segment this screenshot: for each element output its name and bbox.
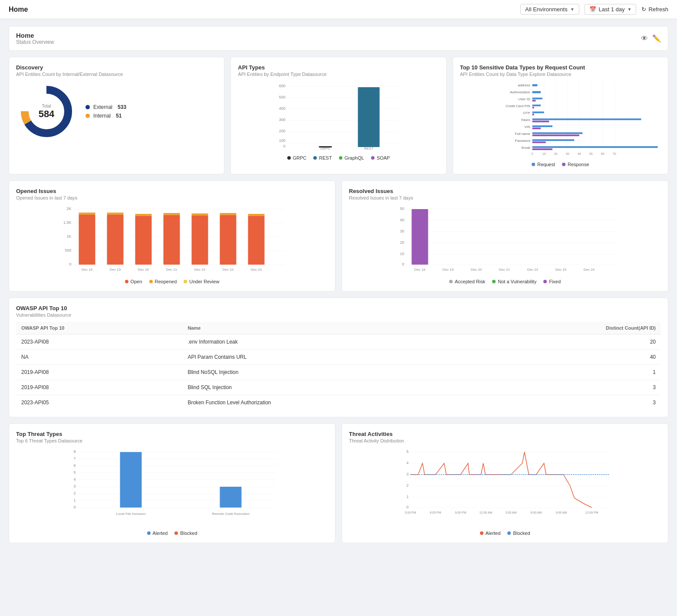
svg-rect-79 bbox=[135, 216, 152, 265]
threat-types-card: Top Threat Types Top 6 Threat Types Data… bbox=[9, 423, 335, 543]
svg-text:20: 20 bbox=[400, 240, 404, 245]
rest-dot bbox=[313, 156, 317, 160]
svg-text:6:00 AM: 6:00 AM bbox=[531, 511, 542, 514]
environment-label: All Environments bbox=[525, 6, 568, 13]
svg-text:VIN: VIN bbox=[524, 125, 530, 129]
env-chevron-icon: ▼ bbox=[570, 7, 575, 12]
alerted-legend: Alerted bbox=[147, 531, 168, 536]
edit-button[interactable]: ✏️ bbox=[652, 34, 661, 43]
svg-text:9:00 AM: 9:00 AM bbox=[556, 511, 567, 514]
eye-button[interactable]: 👁 bbox=[641, 34, 648, 43]
svg-text:Local File Inclusion: Local File Inclusion bbox=[116, 512, 145, 516]
opened-issues-card: Opened Issues Opened Issues in last 7 da… bbox=[9, 180, 335, 292]
svg-text:8: 8 bbox=[73, 449, 76, 454]
owasp-name-cell: Blind SQL Injection bbox=[182, 380, 473, 395]
soap-dot bbox=[371, 156, 375, 160]
owasp-count-cell: 40 bbox=[474, 350, 661, 365]
not-vulnerability-dot bbox=[492, 280, 496, 283]
svg-rect-52 bbox=[532, 125, 552, 127]
resolved-issues-title: Resolved Issues bbox=[349, 188, 661, 194]
svg-text:0: 0 bbox=[531, 152, 533, 155]
discovery-content: Total 584 External 533 Internal 51 bbox=[16, 81, 217, 142]
svg-text:0: 0 bbox=[69, 262, 71, 266]
resolved-issues-subtitle: Resolved Issues in last 7 days bbox=[349, 195, 661, 200]
resolved-issues-chart: 50 40 30 20 10 0 Dec 18 Dec 19 Dec 20 bbox=[349, 205, 661, 274]
svg-rect-73 bbox=[79, 215, 95, 265]
owasp-name-cell: API Param Contains URL bbox=[182, 350, 473, 365]
svg-rect-56 bbox=[532, 134, 579, 136]
svg-text:REST: REST bbox=[364, 147, 373, 151]
svg-text:100: 100 bbox=[279, 138, 286, 143]
threat-types-legend: Alerted Blocked bbox=[16, 531, 328, 536]
threat-types-title: Top Threat Types bbox=[16, 431, 328, 437]
soap-label: SOAP bbox=[377, 155, 390, 161]
refresh-button[interactable]: ↻ Refresh bbox=[641, 6, 668, 13]
svg-text:500: 500 bbox=[279, 95, 286, 99]
svg-rect-82 bbox=[164, 215, 180, 265]
alerted-label: Alerted bbox=[153, 531, 168, 536]
opened-issues-subtitle: Opened Issues in last 7 days bbox=[16, 195, 328, 200]
response-dot bbox=[562, 163, 565, 166]
ta-blocked-label: Blocked bbox=[513, 531, 530, 536]
blocked-dot bbox=[174, 531, 178, 535]
owasp-col-3: Distinct Count(API ID) bbox=[474, 322, 661, 334]
svg-text:OTP: OTP bbox=[523, 111, 530, 115]
under-review-dot bbox=[184, 280, 187, 283]
ta-alerted-label: Alerted bbox=[486, 531, 501, 536]
owasp-id-cell: 2019-API08 bbox=[16, 365, 182, 380]
api-types-legend: GRPC REST GraphQL SOAP bbox=[238, 155, 439, 161]
grpc-dot bbox=[287, 156, 291, 160]
table-row: 2023-API05 Broken Function Level Authori… bbox=[16, 395, 661, 410]
svg-text:0: 0 bbox=[406, 505, 408, 509]
svg-text:User ID: User ID bbox=[518, 97, 530, 101]
svg-text:6: 6 bbox=[73, 463, 76, 468]
svg-rect-46 bbox=[532, 111, 544, 113]
svg-text:40: 40 bbox=[577, 152, 581, 155]
owasp-name-cell: .env Information Leak bbox=[182, 334, 473, 350]
svg-rect-43 bbox=[532, 105, 540, 106]
page-header-icons: 👁 ✏️ bbox=[641, 34, 661, 43]
api-types-card: API Types API Entities by Endpoint Type … bbox=[230, 57, 446, 174]
owasp-count-cell: 20 bbox=[474, 334, 661, 350]
svg-text:300: 300 bbox=[279, 118, 286, 122]
svg-rect-77 bbox=[107, 213, 124, 215]
svg-text:Dec 18: Dec 18 bbox=[82, 268, 93, 272]
svg-text:200: 200 bbox=[279, 129, 286, 133]
environment-selector[interactable]: All Environments ▼ bbox=[520, 4, 579, 15]
sensitive-data-chart: 0 10 20 30 40 50 60 70 address bbox=[460, 81, 661, 157]
svg-rect-49 bbox=[532, 118, 641, 120]
owasp-table-wrapper: OWASP API Top 10 Name Distinct Count(API… bbox=[16, 322, 661, 410]
threat-types-subtitle: Top 6 Threat Types Datasource bbox=[16, 438, 328, 443]
sensitive-data-subtitle: API Entities Count by Data Type Explore … bbox=[460, 72, 661, 77]
discovery-title: Discovery bbox=[16, 64, 217, 71]
svg-text:1: 1 bbox=[73, 498, 76, 502]
svg-rect-38 bbox=[532, 91, 540, 93]
svg-rect-41 bbox=[532, 100, 536, 102]
page-header: Home Status Overview 👁 ✏️ bbox=[9, 26, 668, 51]
time-range-selector[interactable]: 📅 Last 1 day ▼ bbox=[585, 4, 637, 15]
accepted-risk-dot bbox=[449, 280, 453, 283]
svg-text:Dec 20: Dec 20 bbox=[138, 268, 149, 272]
total-label: Total bbox=[39, 104, 55, 108]
owasp-name-cell: Blind NoSQL Injection bbox=[182, 365, 473, 380]
opened-issues-legend: Open Reopened Under Review bbox=[16, 279, 328, 284]
request-dot bbox=[532, 163, 535, 166]
donut-center: Total 584 bbox=[39, 104, 55, 120]
request-legend: Request bbox=[532, 162, 555, 167]
svg-text:Email: Email bbox=[521, 146, 530, 150]
internal-label: Internal bbox=[93, 113, 111, 119]
svg-text:Dec 24: Dec 24 bbox=[251, 268, 262, 272]
svg-text:500: 500 bbox=[65, 248, 71, 252]
response-label: Response bbox=[568, 162, 589, 167]
not-vulnerability-label: Not a Vulnerability bbox=[498, 279, 536, 284]
svg-text:2: 2 bbox=[73, 491, 76, 495]
svg-text:60: 60 bbox=[601, 152, 604, 155]
svg-text:1: 1 bbox=[406, 495, 408, 499]
svg-text:0: 0 bbox=[402, 262, 404, 266]
opened-issues-title: Opened Issues bbox=[16, 188, 328, 194]
svg-rect-92 bbox=[248, 214, 265, 216]
under-review-label: Under Review bbox=[189, 279, 219, 284]
svg-rect-17 bbox=[358, 87, 380, 147]
svg-rect-55 bbox=[532, 132, 582, 134]
svg-text:10: 10 bbox=[542, 152, 546, 155]
